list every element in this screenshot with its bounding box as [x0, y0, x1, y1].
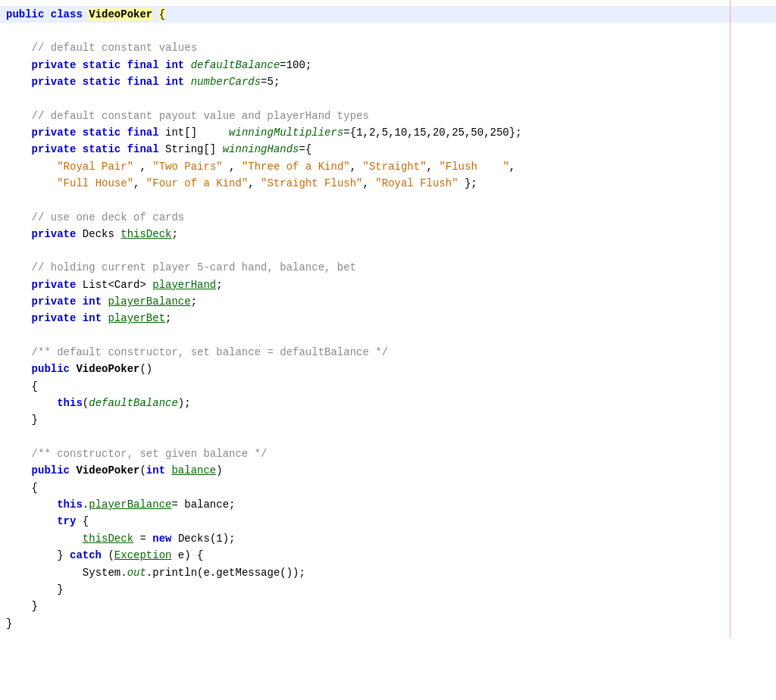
token: ( [108, 549, 114, 561]
token [6, 533, 83, 545]
token: // default constant payout value and pla… [6, 110, 369, 122]
line-content [6, 242, 764, 259]
token: final [127, 59, 165, 71]
token: , [509, 161, 515, 173]
token: = balance; [171, 498, 235, 511]
token [6, 143, 32, 155]
token: private [32, 143, 83, 155]
token [203, 127, 229, 139]
token: /** constructor, set given balance */ [6, 448, 267, 460]
token: ; [191, 295, 197, 308]
code-line [0, 242, 776, 259]
line-content: private Decks thisDeck; [6, 226, 764, 242]
line-content: public VideoPoker() [6, 361, 764, 377]
token: "Full House" [57, 177, 133, 189]
token [6, 312, 32, 324]
token: { [6, 482, 38, 494]
code-line: { [0, 378, 776, 395]
token: try [57, 515, 83, 527]
token: ; [165, 312, 171, 324]
token: "Three of a Kind" [242, 161, 350, 173]
token: , [133, 177, 146, 189]
line-content: } catch (Exception e) { [6, 547, 764, 564]
line-content: this(defaultBalance); [6, 395, 764, 411]
token [6, 397, 57, 409]
code-line: private static final int[] winningMultip… [0, 124, 776, 141]
token: catch [70, 549, 108, 561]
token: , [133, 161, 152, 173]
line-content: /** default constructor, set balance = d… [6, 344, 764, 361]
code-line: /** default constructor, set balance = d… [0, 344, 776, 361]
code-line: System.out.println(e.getMessage()); [0, 564, 776, 581]
token: this [57, 498, 83, 511]
token: private [32, 312, 83, 324]
token: // use one deck of cards [6, 211, 184, 223]
token: thisDeck [120, 228, 171, 240]
token: , [248, 177, 261, 189]
token [6, 177, 57, 189]
token: , [223, 161, 242, 173]
token: // holding current player 5-card hand, b… [6, 261, 356, 273]
token: Exception [114, 549, 172, 561]
token: } [6, 583, 64, 595]
token: VideoPoker [89, 8, 152, 20]
token: private [32, 59, 83, 71]
line-content: private static final String[] winningHan… [6, 141, 764, 158]
code-line [0, 327, 776, 344]
token: "Straight Flush" [261, 177, 362, 189]
token: "Royal Flush" [375, 177, 458, 189]
line-content: { [6, 480, 764, 496]
line-content: public class VideoPoker { [6, 6, 764, 23]
token: defaultBalance [191, 59, 280, 71]
line-content: private static final int numberCards=5; [6, 73, 764, 90]
code-line [0, 91, 776, 108]
line-content [6, 429, 764, 445]
token: /** default constructor, set balance = d… [6, 346, 388, 358]
line-content: System.out.println(e.getMessage()); [6, 564, 764, 581]
token [6, 498, 57, 511]
code-line: public class VideoPoker { [0, 6, 776, 23]
line-content: this.playerBalance= balance; [6, 496, 764, 513]
token: , [363, 177, 376, 189]
token: public [32, 464, 77, 477]
token: "Royal Pair" [57, 161, 133, 173]
token: static [83, 143, 127, 155]
token: // default constant values [6, 42, 197, 54]
token: .println(e.getMessage()); [146, 567, 305, 579]
line-content [6, 91, 764, 108]
token: ) [216, 464, 222, 477]
token: playerHand [152, 279, 216, 291]
code-line: private int playerBalance; [0, 293, 776, 310]
line-content: try { [6, 513, 764, 530]
token: final [127, 127, 165, 139]
token: winningHands [223, 143, 299, 155]
code-line: private static final String[] winningHan… [0, 141, 776, 158]
token: { [6, 380, 38, 392]
code-line: "Royal Pair" , "Two Pairs" , "Three of a… [0, 158, 776, 175]
token: int [165, 59, 191, 71]
token: ( [83, 397, 89, 409]
line-content: // use one deck of cards [6, 209, 764, 226]
token [6, 567, 83, 579]
token: playerBalance [108, 295, 190, 308]
line-content: "Full House", "Four of a Kind", "Straigh… [6, 175, 764, 192]
code-line: } [0, 615, 776, 632]
token [6, 295, 32, 308]
token: int [165, 76, 191, 88]
line-content: // holding current player 5-card hand, b… [6, 259, 764, 276]
token: this [57, 397, 83, 409]
line-content: "Royal Pair" , "Two Pairs" , "Three of a… [6, 158, 764, 175]
code-line: this.playerBalance= balance; [0, 496, 776, 513]
code-line: private int playerBet; [0, 310, 776, 327]
line-content [6, 192, 764, 209]
line-content: // default constant payout value and pla… [6, 108, 764, 124]
token: private [32, 76, 83, 88]
code-line: { [0, 480, 776, 496]
token: } [6, 414, 38, 426]
token [6, 279, 32, 291]
line-content [6, 23, 764, 39]
token: Decks(1); [178, 533, 236, 545]
code-line: public VideoPoker(int balance) [0, 462, 776, 479]
line-content [6, 327, 764, 344]
token: } [6, 617, 12, 630]
